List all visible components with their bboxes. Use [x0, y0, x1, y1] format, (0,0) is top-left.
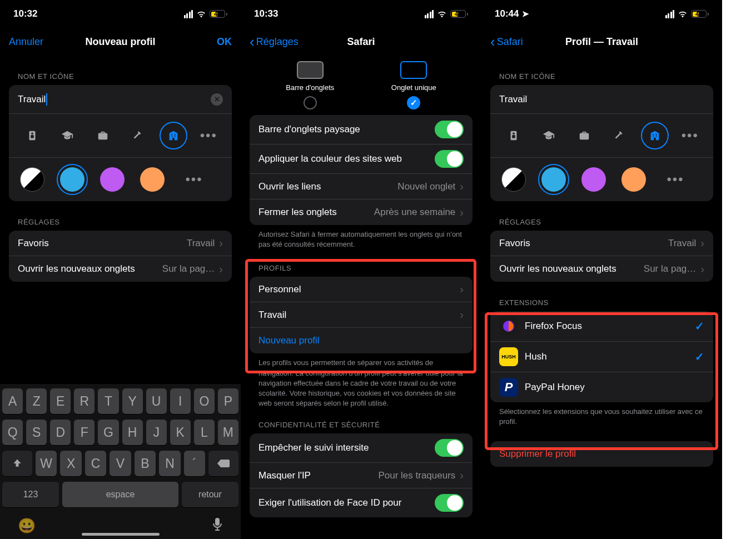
profile-name-input-cell[interactable]: Travail — [490, 85, 713, 114]
tabs-group: Barre d'onglets paysage Appliquer la cou… — [250, 115, 472, 225]
color-blue[interactable] — [60, 167, 84, 192]
new-profile-cell[interactable]: Nouveau profil — [250, 328, 472, 353]
key-i[interactable]: I — [170, 388, 191, 414]
key-q[interactable]: Q — [2, 420, 23, 445]
key-space[interactable]: espace — [62, 482, 178, 507]
ext-firefox-focus-cell[interactable]: Firefox Focus ✓ — [490, 311, 713, 342]
profile-name-input-cell[interactable]: Travail ✕ — [9, 85, 232, 114]
key-accent[interactable]: ´ — [184, 451, 205, 476]
hush-icon: HUSH — [499, 347, 518, 366]
nav-bar: Annuler Nouveau profil OK — [0, 28, 241, 56]
tab-bar-option[interactable]: Barre d'onglets — [286, 61, 334, 109]
key-l[interactable]: L — [194, 420, 215, 445]
mic-button[interactable] — [212, 517, 223, 536]
key-v[interactable]: V — [110, 451, 131, 476]
icon-briefcase[interactable] — [89, 122, 117, 149]
kb-row-3: W X C V B N ´ — [2, 451, 238, 476]
face-id-cell[interactable]: Exiger l'utilisation de Face ID pour — [250, 488, 472, 517]
color-orange[interactable] — [140, 167, 165, 192]
toggle-on[interactable] — [435, 494, 464, 512]
key-g[interactable]: G — [98, 420, 118, 445]
ok-button[interactable]: OK — [217, 36, 232, 48]
key-s[interactable]: S — [26, 420, 47, 445]
key-k[interactable]: K — [170, 420, 191, 445]
keyboard: A Z E R T Y U I O P Q S D F G H J K L M … — [0, 384, 241, 539]
chevron-right-icon: › — [219, 263, 223, 276]
key-d[interactable]: D — [50, 420, 71, 445]
cancel-button[interactable]: Annuler — [9, 36, 43, 48]
hide-ip-cell[interactable]: Masquer l'IP Pour les traqueurs › — [250, 463, 472, 488]
ext-hush-cell[interactable]: HUSH Hush ✓ — [490, 342, 713, 372]
icon-hammer[interactable] — [124, 122, 152, 149]
key-c[interactable]: C — [85, 451, 106, 476]
single-tab-option[interactable]: Onglet unique ✓ — [391, 61, 436, 109]
back-button[interactable]: ‹Safari — [490, 34, 523, 49]
back-button[interactable]: ‹Réglages — [250, 34, 299, 49]
toggle-on[interactable] — [435, 439, 464, 457]
key-delete[interactable] — [208, 451, 238, 476]
icon-graduation[interactable] — [535, 122, 563, 149]
key-m[interactable]: M — [218, 420, 238, 445]
color-default[interactable] — [20, 167, 44, 192]
icon-graduation[interactable] — [53, 122, 81, 149]
key-t[interactable]: T — [98, 388, 118, 414]
home-indicator[interactable] — [82, 533, 160, 536]
key-e[interactable]: E — [50, 388, 71, 414]
landscape-tab-bar-cell[interactable]: Barre d'onglets paysage — [250, 115, 472, 144]
icon-briefcase[interactable] — [570, 122, 598, 149]
toggle-on[interactable] — [435, 150, 464, 168]
toggle-on[interactable] — [435, 121, 464, 138]
icon-more[interactable]: ••• — [676, 122, 704, 149]
extensions-group: Firefox Focus ✓ HUSH Hush ✓ P PayPal Hon… — [490, 311, 713, 402]
new-tabs-cell[interactable]: Ouvrir les nouveaux onglets Sur la pag… … — [9, 256, 232, 282]
favoris-cell[interactable]: Favoris Travail › — [490, 231, 713, 256]
key-p[interactable]: P — [218, 388, 238, 414]
icon-badge[interactable] — [500, 122, 528, 149]
icon-building[interactable] — [160, 122, 187, 149]
key-shift[interactable] — [2, 451, 32, 476]
color-more[interactable]: ••• — [180, 166, 208, 193]
key-w[interactable]: W — [36, 451, 57, 476]
color-purple[interactable] — [581, 167, 606, 192]
screen-safari-settings: 10:33 45 ‹Réglages Safari Barre d'onglet… — [241, 0, 481, 539]
key-return[interactable]: retour — [182, 482, 238, 507]
icon-hammer[interactable] — [605, 122, 633, 149]
key-z[interactable]: Z — [26, 388, 47, 414]
icon-badge[interactable] — [18, 122, 46, 149]
ext-paypal-honey-cell[interactable]: P PayPal Honey — [490, 372, 713, 402]
nav-bar: ‹Réglages Safari — [241, 28, 481, 56]
website-color-cell[interactable]: Appliquer la couleur des sites web — [250, 144, 472, 174]
key-x[interactable]: X — [60, 451, 81, 476]
clock: 10:32 — [13, 8, 37, 19]
icon-building[interactable] — [641, 122, 669, 149]
key-o[interactable]: O — [194, 388, 215, 414]
clear-button[interactable]: ✕ — [211, 93, 223, 106]
key-123[interactable]: 123 — [2, 482, 59, 507]
close-tabs-cell[interactable]: Fermer les onglets Après une semaine › — [250, 199, 472, 225]
color-blue[interactable] — [541, 167, 566, 192]
key-y[interactable]: Y — [122, 388, 143, 414]
key-h[interactable]: H — [122, 420, 143, 445]
key-r[interactable]: R — [74, 388, 94, 414]
color-more[interactable]: ••• — [662, 166, 689, 193]
key-n[interactable]: N — [159, 451, 180, 476]
color-default[interactable] — [501, 167, 526, 192]
color-orange[interactable] — [621, 167, 646, 192]
color-purple[interactable] — [100, 167, 125, 192]
emoji-button[interactable]: 😀 — [18, 517, 36, 536]
key-u[interactable]: U — [146, 388, 167, 414]
favoris-cell[interactable]: Favoris Travail › — [9, 231, 232, 256]
profile-work-cell[interactable]: Travail › — [250, 302, 472, 328]
key-f[interactable]: F — [74, 420, 94, 445]
key-b[interactable]: B — [135, 451, 156, 476]
chevron-left-icon: ‹ — [250, 34, 255, 49]
checkmark-icon: ✓ — [695, 320, 704, 333]
delete-profile-cell[interactable]: Supprimer le profil — [490, 441, 713, 467]
cross-site-tracking-cell[interactable]: Empêcher le suivi intersite — [250, 433, 472, 463]
icon-more[interactable]: ••• — [195, 122, 222, 149]
profile-personal-cell[interactable]: Personnel › — [250, 277, 472, 302]
key-a[interactable]: A — [2, 388, 23, 414]
key-j[interactable]: J — [146, 420, 167, 445]
open-links-cell[interactable]: Ouvrir les liens Nouvel onglet › — [250, 174, 472, 199]
new-tabs-cell[interactable]: Ouvrir les nouveaux onglets Sur la pag… … — [490, 256, 713, 282]
